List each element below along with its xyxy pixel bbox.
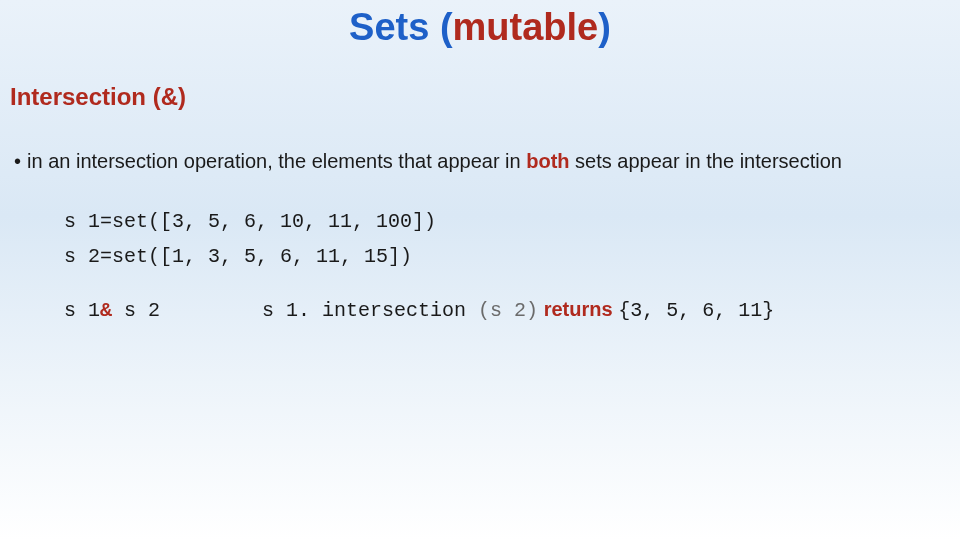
result-set: {3, 5, 6, 11} [618,299,774,322]
title-part-1: Sets ( [349,6,452,48]
expr-s2: s 2 [124,299,160,322]
expr-s1: s 1 [64,299,100,322]
bullet-item: •in an intersection operation, the eleme… [14,149,950,174]
expression-row: s 1& s 2 s 1. intersection (s 2) returns… [64,298,960,322]
bullet-text-post: sets appear in the intersection [570,150,842,172]
code-line-2: s 2=set([1, 3, 5, 6, 11, 15]) [64,245,960,268]
section-subtitle: Intersection (&) [10,83,960,111]
title-part-mutable: mutable [453,6,599,48]
title-part-3: ) [598,6,611,48]
bullet-text-pre: in an intersection operation, the elemen… [27,150,526,172]
bullet-dot-icon: • [14,149,21,174]
returns-label: returns [538,298,618,320]
code-line-1: s 1=set([3, 5, 6, 10, 11, 100]) [64,210,960,233]
slide-root: Sets (mutable) Intersection (&) •in an i… [0,0,960,540]
expr-left: s 1& s 2 [64,299,160,322]
expr-method: s 1. intersection [262,299,478,322]
expr-right: s 1. intersection (s 2) returns {3, 5, 6… [262,298,774,322]
slide-title: Sets (mutable) [0,0,960,49]
ampersand-operator: & [100,299,124,322]
bullet-text-both: both [526,150,569,172]
expr-arg: (s 2) [478,299,538,322]
code-block: s 1=set([3, 5, 6, 10, 11, 100]) s 2=set(… [64,210,960,268]
